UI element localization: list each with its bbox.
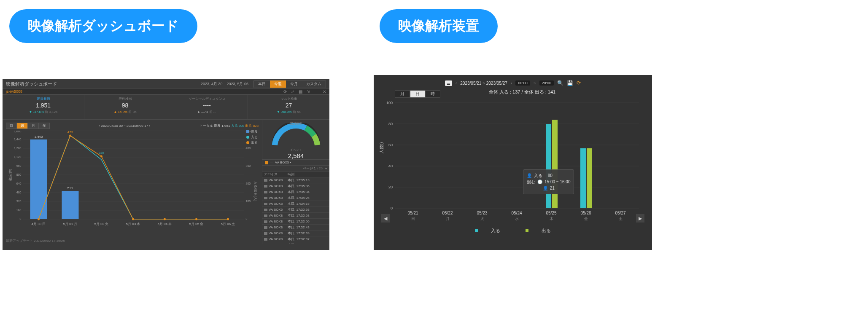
table-row[interactable]: VA BOX8本日, 17:32:27	[262, 242, 329, 244]
export-icon[interactable]: ⇲	[307, 89, 310, 94]
device-panel: ☰ ‹ 2023/05/21 ~ 2023/05/27 › 00:00 ~ 20…	[374, 75, 652, 250]
prev-button[interactable]: ◀	[381, 214, 390, 223]
svg-text:473: 473	[67, 131, 73, 134]
gran-day[interactable]: 日	[6, 123, 17, 129]
row-time: 本日, 17:32:37	[288, 237, 329, 241]
table-row[interactable]: VA BOX8本日, 17:34:16	[262, 201, 329, 207]
svg-text:金: 金	[584, 217, 588, 221]
card-label: ソーシャルディスタンス	[170, 97, 244, 101]
svg-text:320: 320	[16, 200, 22, 203]
svg-text:40: 40	[388, 164, 393, 168]
refresh-icon[interactable]: ⟳	[577, 80, 581, 86]
card-capacity[interactable]: 定員超過 1,951 ▼ -37.6% 前 3,126	[3, 95, 84, 119]
svg-text:500: 500	[246, 131, 251, 133]
table-row[interactable]: VA BOX8本日, 17:32:56	[262, 219, 329, 225]
col-device: デバイス	[262, 172, 288, 177]
refresh-icon[interactable]: ⟳	[283, 89, 287, 94]
row-device: VA BOX6	[269, 208, 283, 212]
range-today[interactable]: 本日	[254, 80, 270, 88]
gran-day[interactable]: 日	[410, 90, 425, 98]
row-time: 本日, 17:32:43	[288, 225, 329, 230]
device-topbar: ☰ ‹ 2023/05/21 ~ 2023/05/27 › 00:00 ~ 20…	[380, 79, 646, 87]
table-row[interactable]: VA BOX8本日, 17:32:39	[262, 231, 329, 236]
svg-text:1,280: 1,280	[14, 147, 22, 150]
range-custom[interactable]: カスタム	[302, 80, 326, 88]
row-device: VA BOX8	[269, 202, 283, 206]
row-time: 本日, 17:34:26	[288, 196, 329, 200]
gran-month[interactable]: 月	[28, 123, 39, 129]
svg-text:土: 土	[619, 217, 623, 221]
gran-week[interactable]: 週	[17, 123, 28, 129]
svg-text:300: 300	[246, 164, 251, 167]
svg-text:1,120: 1,120	[14, 156, 22, 158]
svg-text:20: 20	[388, 185, 393, 189]
settings-icon[interactable]: ✕	[323, 89, 326, 94]
card-delta: ▸ --.-% 前 --	[170, 110, 244, 114]
legend-out: 出る	[542, 228, 551, 233]
card-queue[interactable]: 行列検出 98 ▲ 15.3% 前 85	[84, 95, 166, 119]
page-label: ページ 1	[303, 166, 316, 171]
calendar-icon[interactable]: ☰	[445, 80, 452, 86]
card-label: 行列検出	[88, 97, 162, 101]
combo-chart-svg: 0160320 480640800 9601,1201,280 1,4401,6…	[6, 131, 259, 231]
table-row[interactable]: VA BOX8本日, 17:35:04	[262, 189, 329, 195]
expand-icon[interactable]: ⤢	[291, 89, 294, 94]
device-bar-chart[interactable]: 人(数) 02040 6080100 05/21	[380, 99, 646, 225]
table-row[interactable]: VA BOX8本日, 17:32:43	[262, 225, 329, 231]
minimize-icon[interactable]: —	[314, 89, 318, 94]
svg-rect-28	[30, 139, 47, 219]
save-icon[interactable]: 💾	[567, 80, 573, 86]
gran-month[interactable]: 月	[395, 90, 410, 98]
gran-year[interactable]: 年	[39, 123, 50, 129]
svg-text:違反(件): 違反(件)	[8, 169, 12, 181]
tooltip-in-label: 入る	[534, 172, 542, 179]
device-ylabel: 人(数)	[379, 142, 385, 153]
table-row[interactable]: VA BOX8本日, 17:35:06	[262, 183, 329, 189]
svg-rect-62	[546, 124, 551, 208]
svg-point-33	[69, 135, 71, 137]
tooltip-time-label: 混む	[527, 179, 535, 185]
device-filter-row[interactable]: — VA BOX5 •	[262, 160, 329, 166]
time-from[interactable]: 00:00	[515, 80, 530, 86]
card-mask[interactable]: マスク検出 27 ▼ -50.0% 前 54	[248, 95, 329, 119]
svg-text:60: 60	[388, 143, 393, 147]
gauge-icon	[267, 123, 326, 148]
chevron-left-icon[interactable]: ‹	[456, 81, 457, 86]
row-time: 本日, 17:35:06	[288, 184, 329, 188]
svg-text:火: 火	[480, 217, 484, 221]
svg-text:160: 160	[16, 209, 22, 212]
table-row[interactable]: VA BOX8本日, 17:32:37	[262, 236, 329, 242]
range-month[interactable]: 今月	[286, 80, 302, 88]
chevron-down-icon[interactable]: ▾	[325, 166, 327, 170]
gauge-value: 2,584	[288, 152, 304, 159]
row-device: VA BOX8	[269, 190, 283, 194]
device-granularity: 月 日 時	[395, 90, 440, 98]
search-icon[interactable]: 🔍	[557, 80, 563, 86]
svg-text:日: 日	[411, 217, 415, 221]
camera-icon	[264, 197, 267, 199]
dashboard-panel: 映像解析ダッシュボード 2023, 4月 30 – 2023, 5月 06 本日…	[3, 79, 329, 250]
svg-text:木: 木	[550, 217, 553, 221]
row-time: 本日, 17:34:16	[288, 201, 329, 206]
time-to[interactable]: 20:00	[539, 80, 554, 86]
metric-cards: 定員超過 1,951 ▼ -37.6% 前 3,126 行列検出 98 ▲ 15…	[3, 94, 329, 120]
gran-hour[interactable]: 時	[425, 90, 440, 98]
range-week[interactable]: 今週	[270, 80, 286, 88]
svg-text:0: 0	[391, 206, 393, 210]
date-range-label: 2023, 4月 30 – 2023, 5月 06	[201, 81, 248, 87]
next-button[interactable]: ▶	[636, 214, 644, 223]
row-device: VA BOX8	[269, 231, 283, 235]
table-row[interactable]: VA BOX8本日, 17:34:26	[262, 195, 329, 201]
chevron-right-icon[interactable]: ›	[511, 81, 512, 86]
card-social-distance[interactable]: ソーシャルディスタンス ---- ▸ --.-% 前 --	[166, 95, 248, 119]
grid-icon[interactable]: ▦	[299, 89, 302, 94]
heading-device: 映像解析装置	[380, 9, 498, 43]
table-row[interactable]: VA BOX8本日, 17:32:58	[262, 213, 329, 219]
table-row[interactable]: VA BOX6本日, 17:32:58	[262, 207, 329, 213]
svg-text:5月 03 水: 5月 03 水	[126, 222, 140, 226]
checkbox-icon[interactable]	[265, 161, 268, 164]
combo-chart[interactable]: 0160320 480640800 9601,1201,280 1,4401,6…	[6, 131, 259, 231]
row-time: 本日, 17:35:04	[288, 190, 329, 194]
table-row[interactable]: VA BOX8本日, 17:35:13	[262, 177, 329, 183]
tooltip-people: 21	[550, 185, 555, 191]
